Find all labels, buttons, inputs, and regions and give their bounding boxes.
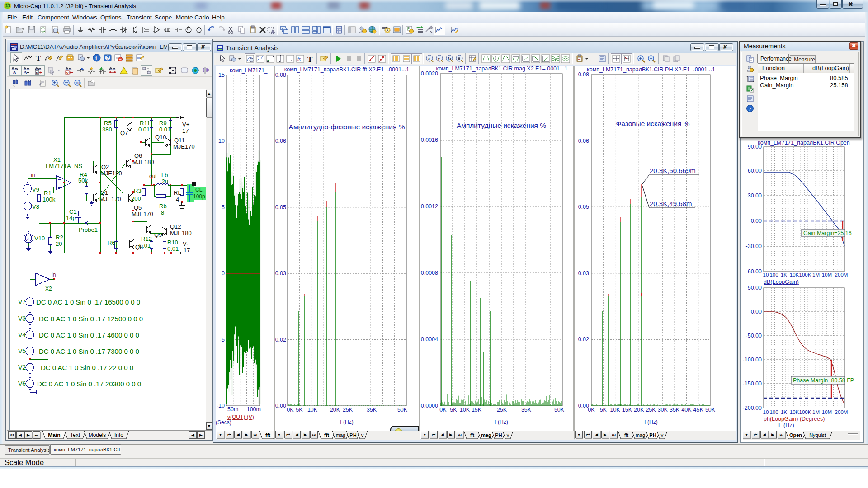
svg-text:A: A: [13, 70, 16, 75]
svg-text:fx: fx: [448, 56, 452, 61]
svg-text:10K: 10K: [307, 407, 318, 413]
svg-text:R12: R12: [141, 235, 152, 242]
svg-text:100K: 100K: [799, 272, 811, 277]
svg-text:DC 0 AC 1 0 Sin 0 .17 16500 0: DC 0 AC 1 0 Sin 0 .17 16500 0 0 0: [36, 298, 140, 306]
svg-text:380: 380: [102, 126, 112, 133]
svg-text:Q2: Q2: [101, 164, 109, 170]
svg-text:ph(LoopGain) (Degrees): ph(LoopGain) (Degrees): [764, 416, 825, 422]
svg-text:17: 17: [182, 127, 189, 134]
svg-text:fft: fft: [470, 432, 474, 438]
svg-text:Q10: Q10: [155, 134, 166, 141]
svg-text:V5: V5: [18, 347, 26, 355]
svg-text:(Secs): (Secs): [216, 419, 231, 426]
svg-text:fft: fft: [265, 432, 270, 438]
svg-text:V: V: [66, 71, 69, 75]
svg-text:100: 100: [769, 272, 778, 277]
svg-text:v: v: [361, 432, 364, 438]
svg-text:Q5: Q5: [134, 204, 142, 211]
svg-text:out: out: [149, 173, 157, 179]
svg-text:R9: R9: [159, 120, 167, 127]
svg-text:Q8: Q8: [135, 244, 143, 250]
svg-text:4: 4: [176, 196, 179, 203]
svg-text:комп_LM7171_паралВК1.CIR Open: комп_LM7171_паралВК1.CIR Open: [758, 140, 850, 146]
svg-text:R11: R11: [140, 120, 150, 127]
svg-text:C1: C1: [69, 208, 77, 215]
svg-text:fft: fft: [324, 432, 329, 438]
svg-text:35K: 35K: [521, 407, 532, 413]
svg-text:50K: 50K: [705, 407, 716, 413]
svg-text:1K: 1K: [781, 409, 787, 415]
svg-text:0.0004: 0.0004: [421, 336, 438, 343]
svg-text:100: 100: [75, 81, 81, 84]
svg-text:100K: 100K: [799, 409, 811, 415]
svg-text:Open: Open: [789, 432, 802, 438]
svg-text:100m: 100m: [247, 406, 261, 413]
svg-text:A: A: [24, 70, 27, 75]
svg-text:-50.00: -50.00: [746, 333, 762, 339]
svg-text:15K: 15K: [472, 407, 482, 413]
svg-text:20K: 20K: [330, 407, 340, 413]
svg-text:-30.00: -30.00: [746, 243, 762, 249]
svg-text:in: in: [31, 172, 35, 178]
svg-text:CL: CL: [195, 187, 203, 193]
svg-text:Q11: Q11: [174, 137, 185, 144]
svg-text:X1: X1: [53, 156, 61, 163]
svg-text:20: 20: [56, 240, 62, 247]
svg-text:100: 100: [769, 409, 778, 415]
svg-text:in: in: [52, 272, 56, 278]
svg-text:-10: -10: [217, 403, 225, 409]
svg-text:≡: ≡: [458, 56, 461, 61]
svg-text:0.08: 0.08: [578, 71, 589, 78]
svg-text:v: v: [661, 432, 664, 438]
svg-text:Lb: Lb: [161, 172, 168, 178]
svg-text:5K: 5K: [600, 407, 607, 413]
svg-text:Q6: Q6: [134, 152, 142, 159]
svg-text:0K: 0K: [439, 407, 447, 413]
svg-text:PH: PH: [649, 432, 656, 438]
svg-text:V7: V7: [18, 298, 26, 305]
svg-text:?: ?: [107, 56, 109, 61]
svg-text:R5: R5: [104, 120, 112, 127]
svg-text:100k: 100k: [42, 196, 56, 203]
svg-text:30K: 30K: [658, 407, 668, 413]
svg-text:x: x: [428, 56, 430, 61]
svg-text:0.0000: 0.0000: [421, 403, 438, 409]
svg-text:DC 0 AC 1 0 Sin 0 .17 12500 0: DC 0 AC 1 0 Sin 0 .17 12500 0 0 0: [39, 315, 143, 323]
svg-text:V4: V4: [18, 331, 26, 338]
svg-text:T: T: [36, 54, 41, 62]
svg-text:Probe1: Probe1: [79, 226, 98, 233]
svg-text:5: 5: [222, 204, 225, 211]
svg-text:50.00: 50.00: [748, 285, 762, 291]
svg-text:V+: V+: [182, 121, 189, 128]
svg-text:200M: 200M: [835, 409, 848, 415]
svg-text:10M: 10M: [822, 409, 832, 415]
svg-text:0.03: 0.03: [275, 270, 286, 277]
svg-text:MJE170: MJE170: [99, 196, 121, 202]
svg-text:0.00: 0.00: [751, 309, 762, 315]
svg-text:10K: 10K: [460, 407, 470, 413]
svg-text:0.0012: 0.0012: [421, 203, 438, 210]
svg-text:v(OUT) (V): v(OUT) (V): [227, 414, 254, 420]
svg-text:60.00: 60.00: [748, 168, 762, 174]
svg-text:5K: 5K: [450, 407, 457, 413]
svg-text:Info: Info: [114, 432, 123, 438]
svg-text:15K: 15K: [622, 407, 632, 413]
svg-text:комп_LM7171_: комп_LM7171_: [230, 67, 268, 74]
svg-text:mag: mag: [336, 432, 345, 438]
svg-text:40K: 40K: [681, 407, 692, 413]
svg-text:Фазовые искажения %: Фазовые искажения %: [616, 120, 690, 127]
svg-text:14p: 14p: [66, 215, 76, 221]
svg-text:1M: 1M: [812, 409, 820, 415]
svg-text:R2: R2: [56, 234, 63, 241]
svg-text:комп_LM7171_паралВК1.CIR mag X: комп_LM7171_паралВК1.CIR mag X2.E1=.0001…: [436, 66, 568, 72]
svg-text:0.03: 0.03: [578, 270, 589, 277]
svg-text:35K: 35K: [670, 407, 680, 413]
svg-text:10K: 10K: [790, 272, 799, 277]
svg-text:10: 10: [763, 409, 769, 415]
svg-text:RL: RL: [174, 189, 181, 196]
svg-text:17: 17: [184, 247, 190, 253]
svg-text:V2: V2: [18, 364, 26, 371]
svg-text:0.02: 0.02: [578, 336, 589, 343]
svg-text:0: 0: [222, 270, 225, 277]
svg-text:8: 8: [161, 209, 164, 216]
